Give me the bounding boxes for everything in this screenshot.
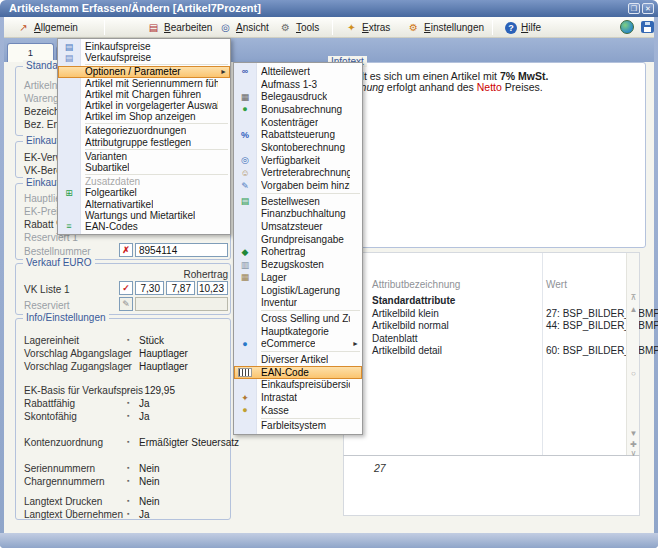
menu-item-grundpreisangabe[interactable]: Grundpreisangabe — [234, 233, 362, 246]
attribute-note-box[interactable]: 27 — [343, 456, 640, 516]
scroll-add-icon[interactable]: ✚ — [628, 440, 639, 449]
menu-item-label: Kasse — [261, 405, 289, 416]
menu-item-alternativartikel[interactable]: Alternativartikel — [58, 198, 230, 209]
menu-item-verkaufspreise[interactable]: ▤Verkaufspreise — [58, 52, 230, 63]
menubar-item-ansicht[interactable]: ◎Ansicht — [216, 19, 272, 36]
menu-item-ean-code[interactable]: EAN-Code — [234, 366, 362, 379]
menu-item-aufmass-1-3[interactable]: Aufmass 1-3 — [234, 78, 362, 91]
menu-item-hauptkategorie[interactable]: Hauptkategorie — [234, 325, 362, 338]
link-green-icon: ⊞ — [62, 187, 76, 198]
vk-liste1-price-2[interactable]: 7,87 — [166, 281, 195, 295]
menubar-item-label: Bearbeiten — [164, 22, 212, 33]
menubar-item-einstellungen[interactable]: ⚙Einstellungen — [404, 19, 487, 36]
menu-item-umsatzsteuer[interactable]: Umsatzsteuer — [234, 220, 362, 233]
scroll-down-icon[interactable]: ▼ — [628, 429, 639, 438]
extras-icon: ✦ — [345, 21, 358, 34]
value-bullet-icon: ▪ — [127, 477, 129, 484]
menu-item-attributgruppe-festlegen[interactable]: Attributgruppe festlegen — [58, 137, 230, 148]
save-icon[interactable] — [641, 21, 654, 33]
menu-item-belegausdruck[interactable]: ▦Belegausdruck — [234, 90, 362, 103]
menu-item-zusatzdaten[interactable]: Zusatzdaten — [58, 176, 230, 187]
menu-item-inventur[interactable]: Inventur — [234, 296, 362, 309]
attribute-value-artikelbild-normal[interactable]: 44: BSP_BILDER_2.BMP — [546, 320, 658, 331]
menu-item-artikel-im-shop-anzeigen[interactable]: Artikel im Shop anzeigen — [58, 111, 230, 122]
globe-icon[interactable] — [620, 20, 634, 34]
delete-bestellnummer-button[interactable]: ✗ — [119, 243, 133, 257]
menu-item-varianten[interactable]: Varianten — [58, 151, 230, 162]
reserviert-edit-button[interactable]: ✎ — [119, 297, 133, 311]
menu-item-lager[interactable]: ▦Lager — [234, 271, 362, 284]
attribute-name-artikelbild-normal[interactable]: Artikelbild normal — [372, 320, 449, 331]
menu-item-einkaufspreisübersicht[interactable]: Einkaufspreisübersicht — [234, 379, 362, 392]
menu-item-label: Bestellwesen — [261, 196, 320, 207]
menu-item-ecommerce[interactable]: ●eCommerce► — [234, 337, 362, 350]
menu-item-wartungs-und-mietartikel[interactable]: Wartungs und Mietartikel — [58, 210, 230, 221]
menu-item-kasse[interactable]: ●Kasse — [234, 404, 362, 417]
field-value-langtext-drucken: Nein — [139, 496, 160, 507]
menu-item-bezugskosten[interactable]: ▥Bezugskosten — [234, 258, 362, 271]
menu-item-label: Cross Selling und Zubehör — [261, 313, 350, 324]
menu-item-cross-selling-und-zubehör[interactable]: Cross Selling und Zubehör — [234, 312, 362, 325]
menu-item-rabattsteuerung[interactable]: %Rabattsteuerung — [234, 128, 362, 141]
menu-item-label: Inventur — [261, 297, 297, 308]
menu-item-diverser-artikel[interactable]: Diverser Artikel — [234, 353, 362, 366]
menu-item-kostenträger[interactable]: Kostenträger — [234, 116, 362, 129]
close-button[interactable]: ✕ — [642, 3, 654, 14]
menu-item-ean-codes[interactable]: ≡EAN-Codes — [58, 221, 230, 232]
value-bullet-icon: ▪ — [127, 336, 129, 343]
reserviert-input[interactable] — [135, 297, 228, 311]
view-icon: ◎ — [219, 21, 232, 34]
menu-separator — [261, 193, 360, 194]
menu-item-kategoriezuordnungen[interactable]: Kategoriezuordnungen — [58, 125, 230, 136]
attribute-value-artikelbild-klein[interactable]: 27: BSP_BILDER_2.BMP — [546, 308, 658, 319]
menu-item-farbleitsystem[interactable]: Farbleitsystem — [234, 420, 362, 433]
menu-item-optionen-parameter[interactable]: Optionen / Parameter► — [58, 66, 230, 77]
menu-item-bestellwesen[interactable]: ▤Bestellwesen — [234, 195, 362, 208]
attribute-name-artikelbild-klein[interactable]: Artikelbild klein — [372, 308, 439, 319]
menu-item-logistik-lagerung[interactable]: Logistik/Lagerung — [234, 284, 362, 297]
menubar-item-bearbeiten[interactable]: ▤Bearbeiten — [144, 19, 215, 36]
menu-item-label: Artikel im Shop anzeigen — [85, 111, 196, 122]
submenu-arrow-icon: ► — [352, 340, 359, 347]
attribute-value-artikelbild-detail[interactable]: 60: BSP_BILDER_2.BMP — [546, 345, 658, 356]
menu-item-subartikel[interactable]: Subartikel — [58, 162, 230, 173]
menubar-item-tools[interactable]: ⚙Tools — [276, 19, 322, 36]
scroll-up-icon[interactable]: ▲ — [628, 305, 639, 314]
menu-item-label: eCommerce — [261, 338, 315, 349]
menu-item-altteilewert[interactable]: ∞Altteilewert — [234, 65, 362, 78]
table-scroll-strip[interactable]: ⊼ ▲ ○ ▼ ✚ ⊻ — [626, 253, 639, 455]
magnifier-icon[interactable]: ○ — [628, 369, 639, 378]
menubar-item-hilfe[interactable]: ?Hilfe — [502, 19, 544, 36]
menu-item-label: Aufmass 1-3 — [261, 79, 317, 90]
menu-item-vorgaben-beim-hinzufügen-im-beleg[interactable]: ✎Vorgaben beim hinzufügen im Beleg — [234, 179, 362, 192]
menubar-item-extras[interactable]: ✦Extras — [342, 19, 393, 36]
vk-liste1-check-button[interactable]: ✓ — [119, 281, 133, 295]
tools-icon: ⚙ — [279, 21, 292, 34]
menu-item-bonusabrechnung[interactable]: ●Bonusabrechnung — [234, 103, 362, 116]
attribute-name-standardattribute[interactable]: Standardattribute — [372, 295, 455, 306]
menu-item-label: Grundpreisangabe — [261, 234, 344, 245]
field-value-rabattfähig: Ja — [139, 398, 150, 409]
menu-item-skontoberechnung[interactable]: Skontoberechnung — [234, 141, 362, 154]
menu-item-einkaufspreise[interactable]: ▤Einkaufspreise — [58, 41, 230, 52]
settings-icon: ⚙ — [407, 21, 420, 34]
menu-item-artikel-mit-chargen-führen[interactable]: Artikel mit Chargen führen — [58, 89, 230, 100]
vk-liste1-price-1[interactable]: 7,30 — [135, 281, 164, 295]
attribute-name-artikelbild-detail[interactable]: Artikelbild detail — [372, 345, 442, 356]
menu-item-folgeartikel[interactable]: ⊞Folgeartikel — [58, 187, 230, 198]
menu-item-vertreterabrechnung-provision[interactable]: ☺Vertreterabrechnung / Provision — [234, 167, 362, 180]
menu-item-rohertrag[interactable]: ◆Rohertrag — [234, 246, 362, 259]
menu-item-verfügbarkeit[interactable]: ◎Verfügbarkeit — [234, 154, 362, 167]
scroll-top-icon[interactable]: ⊼ — [628, 293, 639, 302]
field-label-lagereinheit: Lagereinheit — [24, 335, 79, 346]
menu-item-finanzbuchhaltung[interactable]: Finanzbuchhaltung — [234, 208, 362, 221]
menu-item-intrastat[interactable]: ✦Intrastat — [234, 391, 362, 404]
attribute-name-datenblatt[interactable]: Datenblatt — [372, 333, 418, 344]
menubar-item-allgemein[interactable]: ↗Allgemein — [14, 19, 81, 36]
menu-item-artikel-mit-seriennummern-führen[interactable]: Artikel mit Seriennummern führen — [58, 78, 230, 89]
vk-liste1-price-3[interactable]: 10,23 — [197, 281, 228, 295]
menu-item-artikel-in-vorgelagerter-auswahltabelle-verbergen[interactable]: Artikel in vorgelagerter Auswahltabelle … — [58, 100, 230, 111]
restore-button[interactable]: ❒ — [628, 3, 640, 14]
bestellnummer-input[interactable]: 8954114 — [135, 243, 228, 257]
menu-separator — [261, 310, 360, 311]
